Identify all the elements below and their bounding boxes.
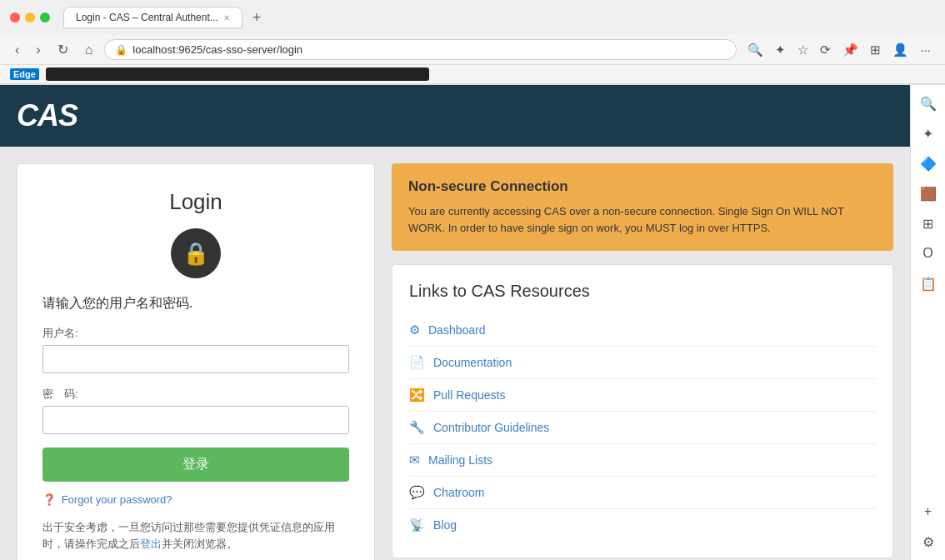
warning-text: You are currently accessing CAS over a n… — [408, 203, 877, 236]
title-bar: Login - CAS – Central Authent... ✕ + — [0, 0, 945, 35]
refresh-button[interactable]: ↻ — [52, 40, 73, 59]
collections-button[interactable]: ⊞ — [866, 40, 885, 60]
sidebar-search-icon[interactable]: 🔍 — [917, 92, 940, 115]
page-content: CAS Login 🔒 请输入您的用户名和密码. 用户名: 密 码: 登录 ❓ — [0, 85, 910, 560]
mailing-lists-icon: ✉ — [409, 452, 420, 468]
resource-label-documentation: Documentation — [433, 356, 512, 369]
lock-icon: 🔒 — [115, 44, 128, 56]
new-tab-button[interactable]: + — [246, 8, 268, 28]
dashboard-icon: ⚙ — [409, 322, 420, 338]
resources-list: ⚙ Dashboard 📄 Documentation 🔀 Pull Reque… — [409, 314, 876, 541]
address-bar: ‹ › ↻ ⌂ 🔒 localhost:9625/cas-sso-server/… — [0, 35, 945, 65]
main-layout: CAS Login 🔒 请输入您的用户名和密码. 用户名: 密 码: 登录 ❓ — [0, 85, 945, 560]
more-button[interactable]: ··· — [916, 40, 935, 60]
sidebar-extensions-icon[interactable]: ✦ — [917, 122, 940, 145]
cas-logo: CAS — [17, 98, 78, 132]
help-icon: ❓ — [42, 493, 56, 506]
browser-chrome: Login - CAS – Central Authent... ✕ + ‹ ›… — [0, 0, 945, 85]
sidebar-apps-icon[interactable]: ⊞ — [917, 212, 940, 235]
close-window-button[interactable] — [10, 12, 20, 22]
tab-title: Login - CAS – Central Authent... — [76, 12, 218, 23]
profile-button[interactable]: 👤 — [888, 40, 912, 60]
redacted-bookmarks — [46, 68, 429, 81]
form-subtitle: 请输入您的用户名和密码. — [42, 295, 349, 312]
url-text: localhost:9625/cas-sso-server/login — [132, 43, 726, 56]
chatroom-icon: 💬 — [409, 485, 425, 500]
resource-item-chatroom[interactable]: 💬 Chatroom — [409, 477, 876, 509]
username-input[interactable] — [42, 345, 349, 373]
sidebar-office-icon[interactable]: O — [917, 242, 940, 265]
minimize-window-button[interactable] — [25, 12, 35, 22]
extensions-button[interactable]: ✦ — [771, 40, 790, 60]
resource-label-blog: Blog — [433, 518, 457, 532]
tab-close-button[interactable]: ✕ — [223, 13, 230, 22]
tab-area: Login - CAS – Central Authent... ✕ + — [63, 7, 935, 28]
address-input-wrap[interactable]: 🔒 localhost:9625/cas-sso-server/login — [104, 39, 737, 60]
sidebar-settings-icon[interactable]: ⚙ — [917, 530, 940, 553]
documentation-icon: 📄 — [409, 355, 425, 370]
resource-item-documentation[interactable]: 📄 Documentation — [409, 347, 876, 379]
lock-icon-symbol: 🔒 — [182, 241, 209, 267]
resource-label-chatroom: Chatroom — [433, 486, 484, 499]
resource-item-mailing-lists[interactable]: ✉ Mailing Lists — [409, 444, 876, 477]
maximize-window-button[interactable] — [40, 12, 50, 22]
refresh-icon-button[interactable]: ⟳ — [816, 40, 835, 60]
edge-logo: Edge — [10, 68, 39, 80]
security-note: 出于安全考虑，一旦您访问过那些需要您提供凭证信息的应用时，请操作完成之后登出并关… — [42, 519, 349, 552]
resource-label-pull-requests: Pull Requests — [433, 388, 505, 402]
right-panel: Non-secure Connection You are currently … — [392, 163, 893, 560]
warning-title: Non-secure Connection — [408, 178, 877, 195]
resource-item-blog[interactable]: 📡 Blog — [409, 509, 876, 541]
sidebar-diamond-icon[interactable]: 🔷 — [917, 152, 940, 175]
resources-title: Links to CAS Resources — [409, 282, 876, 301]
resource-item-contributor-guidelines[interactable]: 🔧 Contributor Guidelines — [409, 412, 876, 444]
pin-button[interactable]: 📌 — [838, 40, 862, 60]
resource-label-dashboard: Dashboard — [428, 323, 486, 337]
home-button[interactable]: ⌂ — [80, 41, 98, 59]
username-label: 用户名: — [42, 326, 349, 341]
login-panel: Login 🔒 请输入您的用户名和密码. 用户名: 密 码: 登录 ❓ Forg… — [17, 163, 375, 560]
content-area: Login 🔒 请输入您的用户名和密码. 用户名: 密 码: 登录 ❓ Forg… — [0, 147, 910, 560]
active-tab[interactable]: Login - CAS – Central Authent... ✕ — [63, 7, 242, 28]
resource-label-contributor-guidelines: Contributor Guidelines — [433, 421, 549, 434]
warning-box: Non-secure Connection You are currently … — [392, 163, 893, 251]
lock-icon-circle: 🔒 — [171, 228, 221, 278]
login-title: Login — [42, 189, 349, 215]
favorites-button[interactable]: ☆ — [793, 40, 812, 60]
pull-requests-icon: 🔀 — [409, 388, 425, 402]
security-note-text2: 并关闭浏览器。 — [162, 538, 238, 550]
resource-item-pull-requests[interactable]: 🔀 Pull Requests — [409, 379, 876, 412]
password-input[interactable] — [42, 406, 349, 434]
search-toolbar-button[interactable]: 🔍 — [743, 40, 768, 60]
browser-sidebar: 🔍 ✦ 🔷 🟫 ⊞ O 📋 + ⚙ — [910, 85, 945, 560]
traffic-lights — [10, 12, 50, 22]
resources-box: Links to CAS Resources ⚙ Dashboard 📄 Doc… — [392, 264, 893, 558]
back-button[interactable]: ‹ — [10, 41, 24, 59]
toolbar-icons: 🔍 ✦ ☆ ⟳ 📌 ⊞ 👤 ··· — [743, 40, 935, 60]
forgot-password-link[interactable]: Forgot your password? — [62, 493, 172, 506]
sidebar-shopping-icon[interactable]: 🟫 — [917, 182, 940, 205]
password-label: 密 码: — [42, 387, 349, 402]
resource-label-mailing-lists: Mailing Lists — [428, 453, 492, 467]
login-button[interactable]: 登录 — [42, 448, 349, 482]
edge-bookmark: Edge — [10, 68, 39, 80]
blog-icon: 📡 — [409, 518, 425, 532]
resource-item-dashboard[interactable]: ⚙ Dashboard — [409, 314, 876, 347]
cas-header: CAS — [0, 85, 910, 147]
forgot-password-row: ❓ Forgot your password? — [42, 493, 349, 506]
sidebar-add-icon[interactable]: + — [917, 500, 940, 523]
sidebar-clipboard-icon[interactable]: 📋 — [917, 272, 940, 295]
contributor-guidelines-icon: 🔧 — [409, 420, 425, 435]
forward-button[interactable]: › — [31, 41, 45, 59]
logout-link[interactable]: 登出 — [140, 538, 162, 550]
lock-icon-wrap: 🔒 — [42, 228, 349, 278]
bookmarks-bar: Edge — [0, 65, 945, 84]
